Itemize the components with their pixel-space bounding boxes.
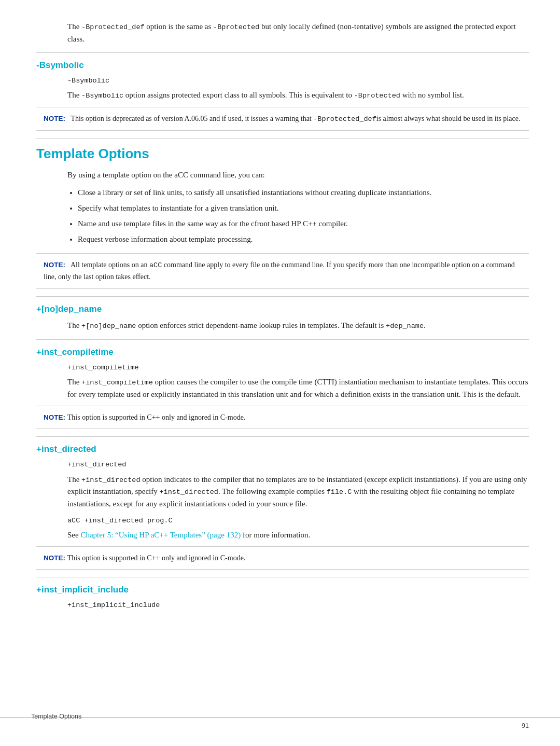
inst-directed-note-text: This option is supported in C++ only and… <box>67 554 246 562</box>
inst-implicit-section: +inst_implicit_include +inst_implicit_in… <box>36 585 529 611</box>
inst-compiletime-note: NOTE: This option is supported in C++ on… <box>36 406 529 429</box>
code-inst-compiletime-inline: +inst_compiletime <box>81 379 153 386</box>
inst-directed-section: +inst_directed +inst_directed The +inst_… <box>36 444 529 570</box>
footer-right: 91 <box>522 722 529 729</box>
inst-directed-code: +inst_directed <box>36 460 529 470</box>
code-acc-inline: aCC <box>149 261 162 269</box>
bsymbolic-note-label: NOTE: <box>44 115 65 122</box>
nodep-name-section: +[no]dep_name The +[no]dep_name option e… <box>36 304 529 332</box>
footer-left-text: Template Options <box>31 713 81 720</box>
code-bprotected: -Bprotected <box>213 23 259 31</box>
see-text-before: See <box>67 531 80 539</box>
inst-directed-note-label: NOTE: <box>44 554 65 562</box>
nodep-name-heading: +[no]dep_name <box>36 304 529 314</box>
bullet-item-3: Name and use template files in the same … <box>78 218 529 230</box>
divider-template-top <box>36 138 529 139</box>
code-bprotected-def: -Bprotected_def <box>81 23 145 31</box>
intro-text: The -Bprotected_def option is the same a… <box>67 22 516 43</box>
inst-implicit-code: +inst_implicit_include <box>36 600 529 611</box>
divider-nodep-top <box>36 296 529 297</box>
inst-compiletime-note-label: NOTE: <box>44 413 65 421</box>
divider-compiletime-top <box>36 339 529 340</box>
inst-directed-note: NOTE: This option is supported in C++ on… <box>36 546 529 570</box>
bsymbolic-note-text: This option is deprecated as of version … <box>67 115 521 122</box>
code-file-c: file.C <box>327 488 352 496</box>
template-options-note-text: All template options on an aCC command l… <box>44 261 515 281</box>
inst-directed-see: See Chapter 5: “Using HP aC++ Templates”… <box>36 529 529 541</box>
nodep-name-description: The +[no]dep_name option enforces strict… <box>36 320 529 332</box>
bullet-text-3: Name and use template files in the same … <box>78 219 348 228</box>
code-bsymbolic-inline: -Bsymbolic <box>81 92 123 100</box>
code-inst-directed-specify: +inst_directed <box>159 488 218 496</box>
inst-directed-example: aCC +inst_directed prog.C <box>36 516 529 526</box>
bsymbolic-code: -Bsymbolic <box>36 76 529 86</box>
inst-compiletime-desc-text: The +inst_compiletime option causes the … <box>67 378 528 398</box>
inst-directed-heading: +inst_directed <box>36 444 529 454</box>
code-bprotected-def-note: -Bprotected_def <box>313 115 376 123</box>
bullet-text-4: Request verbose information about templa… <box>78 235 253 243</box>
bsymbolic-note: NOTE: This option is deprecated as of ve… <box>36 107 529 131</box>
template-options-section: Template Options By using a template opt… <box>36 146 529 288</box>
inst-compiletime-code: +inst_compiletime <box>36 363 529 373</box>
inst-implicit-heading: +inst_implicit_include <box>36 585 529 595</box>
bullet-item-2: Specify what templates to instantiate fo… <box>78 202 529 214</box>
chapter5-link[interactable]: Chapter 5: “Using HP aC++ Templates” (pa… <box>80 531 241 539</box>
code-inst-directed-inline: +inst_directed <box>81 476 140 484</box>
bsymbolic-section: -Bsymbolic -Bsymbolic The -Bsymbolic opt… <box>36 60 529 131</box>
template-options-intro: By using a template option on the aCC co… <box>36 169 529 181</box>
inst-compiletime-note-text: This option is supported in C++ only and… <box>67 413 246 421</box>
footer: Template Options 91 <box>0 717 560 729</box>
divider-bsymbolic-top <box>36 52 529 53</box>
inst-compiletime-heading: +inst_compiletime <box>36 347 529 357</box>
template-options-bullets: Close a library or set of link units, to… <box>36 187 529 246</box>
bsymbolic-heading: -Bsymbolic <box>36 60 529 71</box>
inst-compiletime-section: +inst_compiletime +inst_compiletime The … <box>36 347 529 430</box>
inst-directed-description: The +inst_directed option indicates to t… <box>36 474 529 510</box>
footer-left: Template Options <box>31 713 81 720</box>
divider-directed-top <box>36 436 529 437</box>
code-bprotected-inline: -Bprotected <box>354 92 400 100</box>
page-content: The -Bprotected_def option is the same a… <box>31 21 529 611</box>
code-dep-name-inline: +dep_name <box>386 322 424 330</box>
divider-implicit-top <box>36 577 529 577</box>
bsymbolic-desc-text: The -Bsymbolic option assigns protected … <box>67 91 464 99</box>
template-options-note-label: NOTE: <box>44 261 65 269</box>
see-text-after: for more information. <box>241 531 310 539</box>
inst-directed-desc-text: The +inst_directed option indicates to t… <box>67 475 527 508</box>
bullet-text-2: Specify what templates to instantiate fo… <box>78 204 278 212</box>
nodep-desc-text: The +[no]dep_name option enforces strict… <box>67 321 426 329</box>
inst-compiletime-description: The +inst_compiletime option causes the … <box>36 376 529 400</box>
template-options-note: NOTE: All template options on an aCC com… <box>36 253 529 289</box>
intro-paragraph: The -Bprotected_def option is the same a… <box>36 21 529 45</box>
bsymbolic-description: The -Bsymbolic option assigns protected … <box>36 89 529 102</box>
bullet-text-1: Close a library or set of link units, to… <box>78 188 431 197</box>
bullet-item-4: Request verbose information about templa… <box>78 233 529 245</box>
bullet-item-1: Close a library or set of link units, to… <box>78 187 529 199</box>
template-options-heading: Template Options <box>36 146 529 162</box>
code-nodep-inline: +[no]dep_name <box>81 322 136 330</box>
